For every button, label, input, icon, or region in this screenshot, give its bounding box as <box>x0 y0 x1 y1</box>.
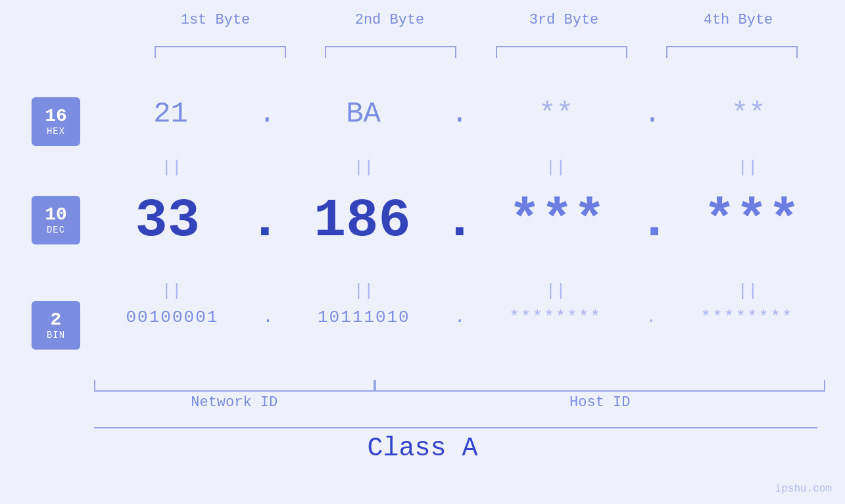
bin-val-3: ******** <box>490 308 621 327</box>
bin-val-2: 10111010 <box>298 308 429 327</box>
equals-3: || <box>490 158 621 177</box>
badge-hex-label: HEX <box>47 126 65 137</box>
dec-dot-2: . <box>443 191 475 252</box>
byte-header-4: 4th Byte <box>666 12 811 28</box>
byte-header-2: 2nd Byte <box>318 12 462 28</box>
bracket-top-3 <box>496 46 627 58</box>
badge-bin: 2 BIN <box>32 301 80 350</box>
bin-val-4: ******** <box>681 308 813 327</box>
dec-val-2: 186 <box>297 191 428 252</box>
dec-val-1: 33 <box>102 191 233 252</box>
class-divider <box>94 427 817 428</box>
hex-val-4: ** <box>683 97 814 130</box>
badge-hex-number: 16 <box>45 106 67 127</box>
hex-dot-3: . <box>644 97 661 130</box>
bin-dot-3: . <box>646 308 657 327</box>
bin-dot-2: . <box>454 308 465 327</box>
badge-bin-label: BIN <box>47 330 65 340</box>
label-network-id: Network ID <box>94 394 375 411</box>
byte-header-1: 1st Byte <box>143 12 288 28</box>
bracket-top-2 <box>325 46 456 58</box>
bracket-network <box>94 380 375 392</box>
dec-val-4: *** <box>686 191 817 252</box>
watermark: ipshu.com <box>775 483 832 495</box>
byte-header-3: 3rd Byte <box>492 12 637 28</box>
bin-dot-1: . <box>263 308 274 327</box>
equals-d4: || <box>682 281 813 301</box>
equals-4: || <box>682 158 813 177</box>
main-layout: 1st Byte 2nd Byte 3rd Byte 4th Byte 16 H… <box>0 0 845 504</box>
equals-d3: || <box>490 281 621 301</box>
hex-dot-1: . <box>258 97 276 130</box>
bracket-top-1 <box>155 46 286 58</box>
hex-dot-2: . <box>451 97 468 130</box>
badge-dec-number: 10 <box>45 205 67 225</box>
class-label: Class A <box>0 434 845 463</box>
bin-val-1: 00100001 <box>107 308 238 327</box>
hex-val-1: 21 <box>105 97 237 130</box>
badge-bin-number: 2 <box>51 310 62 331</box>
hex-val-2: BA <box>298 97 429 130</box>
bracket-host <box>375 380 825 392</box>
badge-dec-label: DEC <box>47 225 65 235</box>
equals-1: || <box>106 158 237 177</box>
hex-val-3: ** <box>490 97 621 130</box>
equals-2: || <box>298 158 429 177</box>
equals-d2: || <box>298 281 429 301</box>
badge-dec: 10 DEC <box>32 196 80 244</box>
bracket-top-4 <box>666 46 798 58</box>
badge-hex: 16 HEX <box>32 97 80 146</box>
dec-dot-3: . <box>639 191 671 252</box>
equals-d1: || <box>106 281 237 301</box>
label-host-id: Host ID <box>375 394 825 411</box>
dec-val-3: *** <box>491 191 623 252</box>
dec-dot-1: . <box>249 191 281 252</box>
